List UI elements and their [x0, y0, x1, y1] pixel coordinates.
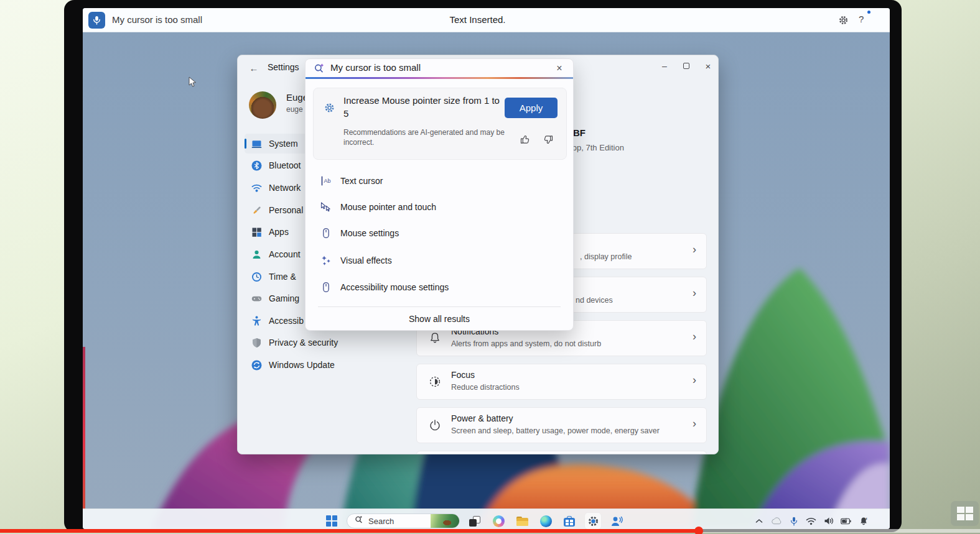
back-icon[interactable]: ←: [246, 60, 261, 75]
wifi-icon[interactable]: [806, 516, 816, 527]
sidebar-label: System: [269, 139, 298, 149]
network-icon: [251, 183, 262, 193]
system-tray: z: [754, 509, 869, 529]
svg-text:Ab: Ab: [324, 178, 330, 184]
show-all-results[interactable]: Show all results: [306, 309, 573, 329]
onedrive-icon[interactable]: [771, 516, 782, 527]
search-query[interactable]: My cursor is too small: [330, 62, 421, 73]
minimize-icon[interactable]: –: [654, 58, 675, 74]
recommendation-title: Increase Mouse pointer size from 1 to 5: [343, 94, 506, 120]
taskbar-center: Search: [323, 509, 625, 529]
search-flyout: My cursor is too small × Increase Mouse …: [305, 58, 574, 331]
thumbs-up-icon[interactable]: [520, 134, 531, 145]
sidebar-label: Bluetoot: [269, 160, 301, 170]
card-power-battery[interactable]: Power & battery Screen and sleep, batter…: [416, 407, 707, 443]
card-title: Focus: [451, 370, 475, 380]
voice-transcript: My cursor is too small: [112, 14, 202, 25]
result-label: Visual effects: [340, 255, 392, 265]
apps-icon: [251, 227, 262, 237]
result-visual-effects[interactable]: Visual effects: [306, 250, 573, 271]
result-text-cursor[interactable]: Ab Text cursor: [306, 170, 573, 191]
desktop-screen: My cursor is too small Text Inserted. ? …: [83, 8, 890, 529]
taskbar: Search: [83, 509, 890, 529]
task-view-icon[interactable]: [466, 512, 483, 529]
voice-access-bar: My cursor is too small Text Inserted. ?: [83, 8, 890, 32]
result-accessibility-mouse[interactable]: Accessibility mouse settings: [306, 277, 573, 298]
mouse-pointer-touch-icon: [320, 201, 332, 213]
people-icon[interactable]: [608, 512, 625, 529]
result-mouse-pointer-touch[interactable]: Mouse pointer and touch: [306, 196, 573, 218]
notifications-bell-icon: [429, 332, 441, 344]
windows-update-icon: [251, 360, 262, 371]
flyout-divider: [318, 306, 561, 307]
copilot-icon[interactable]: [490, 512, 507, 529]
taskbar-settings-icon[interactable]: [584, 512, 602, 529]
mouse-icon: [320, 282, 332, 293]
dnd-bell-icon[interactable]: z: [858, 516, 869, 527]
copilot-search-icon: [314, 63, 325, 74]
result-mouse-settings[interactable]: Mouse settings: [306, 223, 573, 244]
video-playhead[interactable]: [694, 527, 703, 534]
start-icon[interactable]: [323, 512, 340, 529]
help-icon[interactable]: ?: [859, 14, 864, 24]
search-label: Search: [368, 517, 394, 526]
help-badge-dot: [867, 11, 870, 14]
voice-status: Text Inserted.: [449, 14, 505, 25]
result-label: Mouse settings: [340, 228, 399, 238]
sidebar-label: Network: [269, 183, 301, 193]
close-icon[interactable]: ×: [698, 58, 719, 74]
store-icon[interactable]: [561, 512, 578, 529]
settings-search-box[interactable]: My cursor is too small ×: [306, 59, 573, 78]
power-icon: [429, 419, 441, 431]
card-title: Power & battery: [451, 413, 513, 423]
sidebar-label: Windows Update: [269, 360, 335, 370]
result-label: Text cursor: [340, 176, 383, 186]
chevron-right-icon: ›: [693, 374, 696, 387]
sidebar-item-privacy[interactable]: Privacy & security: [245, 333, 327, 352]
search-highlight-image: [431, 514, 459, 528]
device-edition: ptop, 7th Edition: [566, 143, 624, 152]
sidebar-label: Apps: [269, 227, 289, 237]
clear-icon[interactable]: ×: [552, 61, 567, 76]
card-subtitle: Alerts from apps and system, do not dist…: [451, 339, 601, 348]
file-explorer-icon[interactable]: [513, 512, 531, 529]
microphone-icon[interactable]: [88, 12, 105, 29]
card-focus[interactable]: Focus Reduce distractions ›: [416, 364, 707, 400]
mouse-cursor: [189, 76, 198, 90]
bluetooth-icon: [251, 160, 262, 171]
battery-icon[interactable]: [841, 516, 851, 527]
search-icon: [355, 515, 363, 527]
privacy-icon: [251, 338, 262, 348]
chevron-right-icon: ›: [693, 330, 696, 343]
sidebar-label: Time &: [269, 272, 296, 282]
sidebar-label: Personal: [269, 205, 303, 215]
windows-grid: [957, 507, 973, 520]
card-partial[interactable]: [416, 451, 707, 454]
personalization-icon: [251, 205, 262, 216]
settings-gear-icon[interactable]: [838, 15, 849, 25]
tray-mic-icon[interactable]: [788, 516, 799, 527]
gaming-icon: [251, 293, 262, 304]
text-cursor-icon: Ab: [320, 175, 332, 186]
window-title: Settings: [268, 62, 299, 72]
video-progress-played: [0, 529, 699, 533]
card-subtitle: Reduce distractions: [451, 383, 520, 392]
volume-icon[interactable]: [823, 516, 834, 527]
thumbs-down-icon[interactable]: [542, 134, 554, 145]
accounts-icon: [251, 249, 262, 260]
maximize-icon[interactable]: [676, 58, 697, 74]
sidebar-item-windows-update[interactable]: Windows Update: [245, 355, 327, 375]
chevron-right-icon: ›: [693, 287, 696, 300]
apply-button[interactable]: Apply: [505, 98, 558, 118]
card-subtitle: Screen and sleep, battery usage, power m…: [451, 426, 660, 435]
recommendation-gear-icon: [324, 102, 335, 114]
card-subtitle: , display profile: [580, 252, 632, 261]
video-progress-bar[interactable]: [0, 529, 980, 533]
card-subtitle: nd devices: [576, 296, 613, 305]
edge-icon[interactable]: [537, 512, 554, 529]
taskbar-search[interactable]: Search: [347, 513, 460, 528]
tray-chevron-icon[interactable]: [754, 516, 764, 527]
avatar[interactable]: [249, 91, 276, 119]
result-label: Mouse pointer and touch: [340, 202, 436, 212]
system-icon: [251, 139, 262, 149]
